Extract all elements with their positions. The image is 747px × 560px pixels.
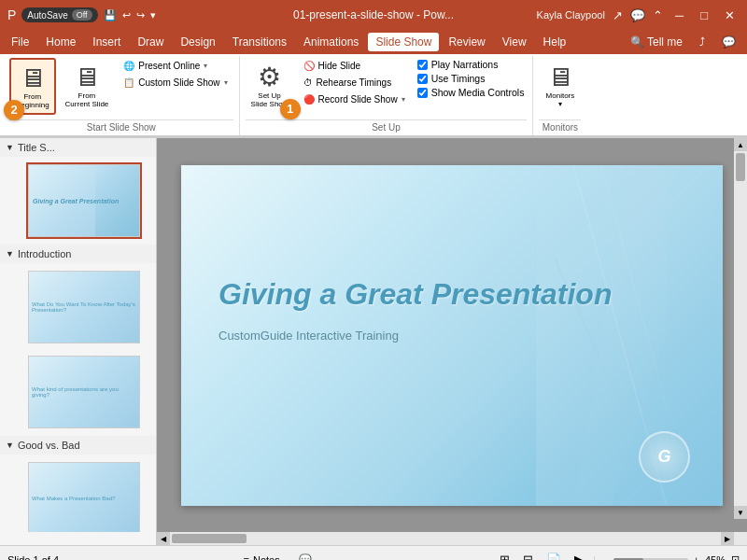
setup-slideshow-button[interactable]: ⚙ Set Up Slide Show 1	[246, 58, 294, 113]
user-name: Kayla Claypool	[537, 9, 605, 21]
vertical-scrollbar[interactable]: ▲ ▼	[734, 138, 747, 519]
slide-1-inner: Giving a Great Presentation	[28, 164, 140, 237]
use-timings-checkbox[interactable]: Use Timings	[415, 72, 528, 85]
from-current-slide-button[interactable]: 🖥 From Current Slide	[60, 58, 115, 113]
section-introduction[interactable]: ▼ Introduction	[0, 245, 156, 263]
slide-main-subtitle: CustomGuide Interactive Training	[218, 329, 399, 343]
section-goodbad-label: Good vs. Bad	[18, 440, 80, 451]
present-online-label: Present Online	[138, 61, 200, 71]
record-slide-show-button[interactable]: 🔴 Record Slide Show ▾	[298, 91, 411, 107]
custom-slide-show-button[interactable]: 📋 Custom Slide Show ▾	[118, 75, 233, 91]
status-center: ≡ Notes 💬	[236, 551, 319, 560]
redo-icon[interactable]: ↪	[136, 9, 145, 21]
fit-page-icon[interactable]: ⊡	[731, 553, 740, 560]
view-normal-button[interactable]: ⊞	[496, 551, 514, 560]
canvas-area: Giving a Great Presentation CustomGuide …	[157, 138, 747, 532]
menu-search[interactable]: 🔍 Tell me	[623, 33, 690, 51]
status-left: Slide 1 of 4	[7, 554, 59, 561]
slide-3-thumb[interactable]: What kind of presentations are you givin…	[26, 354, 142, 430]
scroll-down-button[interactable]: ▼	[734, 506, 747, 519]
slide-4-thumb[interactable]: What Makes a Presentation Bad?	[26, 460, 142, 532]
zoom-out-icon[interactable]: −	[601, 554, 607, 561]
autosave-toggle[interactable]: AutoSave Off	[21, 7, 97, 22]
monitor-play-icon: 🖥	[20, 63, 46, 93]
custom-show-icon: 📋	[123, 77, 134, 88]
ribbon-toggle-icon[interactable]: ⌃	[653, 8, 663, 22]
section-title[interactable]: ▼ Title S...	[0, 138, 156, 157]
title-bar-left: P AutoSave Off 💾 ↩ ↪ ▾	[7, 7, 156, 22]
show-media-controls-label: Show Media Controls	[431, 87, 525, 98]
present-online-button[interactable]: 🌐 Present Online ▾	[118, 58, 233, 74]
close-button[interactable]: ✕	[720, 7, 740, 24]
menu-design[interactable]: Design	[173, 33, 222, 51]
view-slideshow-button[interactable]: ▶	[571, 551, 587, 560]
notes-button[interactable]: ≡ Notes	[236, 552, 288, 561]
scroll-left-button[interactable]: ◀	[157, 532, 170, 545]
section-intro-label: Introduction	[18, 248, 71, 259]
section-goodbad[interactable]: ▼ Good vs. Bad	[0, 436, 156, 455]
comments-button[interactable]: 💬	[291, 551, 319, 560]
from-beginning-button[interactable]: 🖥 From Beginning 2	[9, 58, 56, 115]
horizontal-scrollbar[interactable]: ◀ ▶	[157, 532, 734, 545]
menu-file[interactable]: File	[4, 33, 36, 51]
menu-share[interactable]: ⤴	[692, 33, 712, 51]
show-media-controls-check[interactable]	[417, 88, 428, 98]
scroll-up-button[interactable]: ▲	[734, 138, 747, 151]
menu-draw[interactable]: Draw	[130, 33, 171, 51]
scroll-v-track[interactable]	[734, 151, 747, 506]
zoom-in-icon[interactable]: +	[694, 554, 699, 561]
slide-2-thumb[interactable]: What Do You Want To Know After Today's P…	[26, 269, 142, 345]
menu-insert[interactable]: Insert	[85, 33, 128, 51]
monitors-group-label: Monitors	[539, 119, 581, 135]
scroll-right-button[interactable]: ▶	[721, 532, 734, 545]
monitors-button[interactable]: 🖥 Monitors ▾	[539, 58, 581, 113]
title-bar: P AutoSave Off 💾 ↩ ↪ ▾ 01-present-a-slid…	[0, 0, 747, 30]
window-title: 01-present-a-slide-show - Pow...	[293, 8, 454, 21]
restore-button[interactable]: □	[696, 7, 712, 24]
menu-bar: File Home Insert Draw Design Transitions…	[0, 30, 747, 54]
slide-4-content: What Makes a Presentation Bad?	[29, 463, 139, 532]
autosave-status[interactable]: Off	[72, 9, 92, 21]
view-reading-button[interactable]: 📄	[543, 551, 565, 560]
setup-left-controls: 🚫 Hide Slide ⏱ Rehearse Timings 🔴 Record…	[298, 58, 411, 107]
zoom-percent-label: 45%	[705, 554, 726, 561]
comments-icon[interactable]: 💬	[630, 8, 645, 22]
menu-view[interactable]: View	[495, 33, 534, 51]
play-narrations-check[interactable]	[417, 60, 428, 70]
scroll-v-thumb[interactable]	[736, 153, 745, 181]
badge-1: 1	[280, 99, 301, 119]
slide-count-label: Slide 1 of 4	[7, 554, 59, 561]
more-qat-icon[interactable]: ▾	[150, 9, 156, 21]
hide-slide-button[interactable]: 🚫 Hide Slide	[298, 58, 411, 74]
slide-canvas-decoration	[536, 165, 723, 506]
menu-transitions[interactable]: Transitions	[225, 33, 294, 51]
menu-home[interactable]: Home	[38, 33, 83, 51]
slide-1-thumb[interactable]: Giving a Great Presentation	[26, 162, 142, 239]
globe-icon: 🌐	[123, 61, 134, 71]
menu-help[interactable]: Help	[536, 33, 574, 51]
clock-icon: ⏱	[303, 77, 313, 88]
share-icon[interactable]: ↗	[613, 8, 623, 22]
slide-2-wrapper: 2 ★ What Do You Want To Know After Today…	[19, 266, 150, 348]
play-narrations-checkbox[interactable]: Play Narrations	[415, 58, 528, 71]
main-slide-canvas: Giving a Great Presentation CustomGuide …	[181, 165, 723, 506]
menu-slideshow[interactable]: Slide Show	[368, 33, 439, 51]
slide-panel[interactable]: ▼ Title S... 1 ★ Giving a Great Presenta…	[0, 138, 157, 532]
menu-review[interactable]: Review	[441, 33, 492, 51]
undo-icon[interactable]: ↩	[122, 9, 131, 21]
use-timings-check[interactable]	[417, 74, 428, 84]
scroll-h-track[interactable]	[170, 532, 721, 545]
menu-comments2[interactable]: 💬	[714, 33, 743, 51]
rehearse-timings-label: Rehearse Timings	[317, 77, 392, 88]
corner-spacer	[734, 532, 747, 545]
view-slidesorter-button[interactable]: ⊟	[519, 551, 537, 560]
save-icon[interactable]: 💾	[104, 9, 117, 21]
zoom-separator: |	[593, 554, 596, 561]
show-media-controls-checkbox[interactable]: Show Media Controls	[415, 86, 528, 99]
menu-animations[interactable]: Animations	[296, 33, 366, 51]
rehearse-timings-button[interactable]: ⏱ Rehearse Timings	[298, 75, 411, 91]
scroll-h-thumb[interactable]	[172, 534, 247, 543]
monitors-group-content: 🖥 Monitors ▾	[539, 58, 581, 118]
slide-4-wrapper: 4 ★ What Makes a Presentation Bad?	[19, 457, 150, 532]
minimize-button[interactable]: ─	[670, 7, 688, 24]
